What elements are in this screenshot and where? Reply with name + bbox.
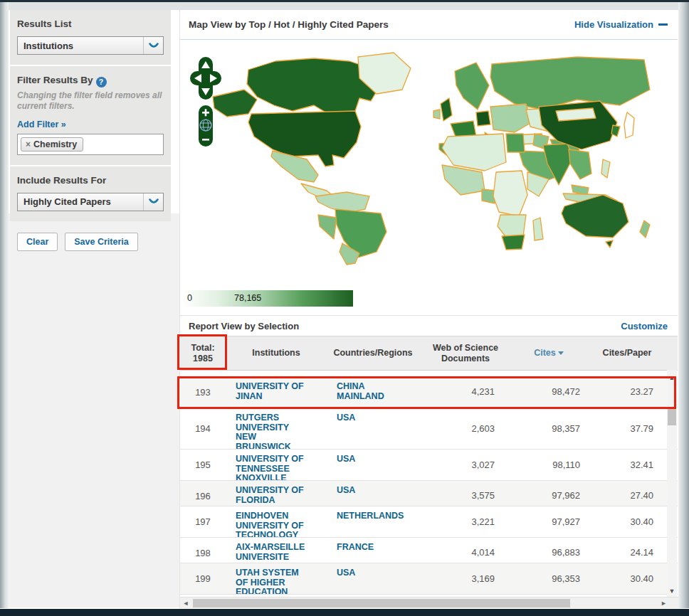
zoom-control[interactable] [199, 105, 213, 147]
window-left-border [0, 2, 9, 608]
institution-link[interactable]: UTAH SYSTEM OF HIGHER EDUCATION [226, 563, 327, 594]
save-criteria-button[interactable]: Save Criteria [65, 233, 137, 251]
table-header-row: Total: 1985 Institutions Countries/Regio… [180, 336, 678, 371]
help-icon[interactable]: ? [96, 77, 107, 87]
filter-tag-chemistry[interactable]: × Chemistry [21, 137, 83, 152]
institution-link[interactable]: AIX-MARSEILLE UNIVERSITE [226, 538, 327, 563]
scroll-right-icon[interactable]: ► [661, 600, 667, 607]
map-header: Map View by Top / Hot / Highly Cited Pap… [180, 10, 678, 40]
country-link[interactable]: FRANCE [327, 538, 419, 563]
region-korea[interactable] [611, 125, 620, 137]
region-russia[interactable] [490, 57, 650, 110]
cites-paper-header[interactable]: Cites/Paper [586, 348, 668, 359]
table-row[interactable]: 197 EINDHOVEN UNIVERSITY OF TECHNOLOGY N… [180, 506, 678, 538]
chevron-down-icon[interactable] [143, 193, 163, 211]
table-row[interactable]: 199 UTAH SYSTEM OF HIGHER EDUCATION USA … [180, 563, 678, 595]
report-header: Report View by Selection Customize [180, 315, 678, 336]
sidebar: Results List Institutions Filter Results… [10, 10, 171, 261]
window-right-border [678, 2, 689, 608]
map-visualization[interactable]: 0 78,165 [180, 40, 678, 315]
region-ireland[interactable] [433, 110, 440, 119]
filter-note: Changing the filter field removes all cu… [17, 90, 164, 112]
scroll-down-icon[interactable]: ▼ [667, 588, 677, 595]
countries-header[interactable]: Countries/Regions [327, 348, 419, 359]
total-header: Total: 1985 [180, 343, 226, 364]
region-central-africa[interactable] [493, 171, 527, 216]
scroll-left-icon[interactable]: ◄ [180, 600, 191, 607]
remove-tag-icon[interactable]: × [26, 139, 31, 149]
chevron-down-icon[interactable] [143, 37, 163, 54]
institution-link[interactable]: UNIVERSITY OF JINAN [226, 377, 327, 408]
window-bottom-bar [0, 609, 689, 616]
results-list-select[interactable]: Institutions [17, 36, 164, 55]
table-row[interactable]: 193 UNIVERSITY OF JINAN CHINA MAINLAND 4… [180, 377, 678, 408]
sidebar-gutter [9, 213, 179, 607]
add-filter-link[interactable]: Add Filter » [17, 120, 66, 129]
region-china[interactable] [539, 101, 617, 149]
app-window: Results List Institutions Filter Results… [0, 0, 689, 616]
hide-visualization-link[interactable]: Hide Visualization [574, 19, 668, 30]
country-link[interactable]: USA [327, 563, 419, 594]
country-link[interactable]: NETHERLANDS [327, 506, 419, 537]
filter-tags-box[interactable]: × Chemistry [17, 134, 164, 155]
wos-documents-header[interactable]: Web of Science Documents [419, 343, 512, 364]
region-se-asia[interactable] [569, 149, 591, 179]
region-japan[interactable] [624, 112, 634, 138]
region-north-africa[interactable] [442, 134, 506, 171]
region-tasmania[interactable] [606, 240, 613, 248]
results-list-label: Results List [17, 18, 164, 29]
region-germany[interactable] [476, 111, 490, 126]
customize-link[interactable]: Customize [621, 321, 668, 331]
vertical-scroll-thumb[interactable] [668, 407, 676, 425]
include-results-select[interactable]: Highly Cited Papers [17, 193, 164, 211]
pan-control[interactable] [190, 57, 221, 100]
region-new-zealand[interactable] [640, 221, 650, 238]
table-body: 193 UNIVERSITY OF JINAN CHINA MAINLAND 4… [180, 371, 678, 610]
table-row[interactable]: 198 AIX-MARSEILLE UNIVERSITE FRANCE 4,01… [180, 538, 678, 563]
vertical-scrollbar[interactable]: ▲ ▼ [667, 370, 677, 598]
world-map [207, 46, 663, 267]
main-panel: Map View by Top / Hot / Highly Cited Pap… [179, 10, 678, 608]
country-link[interactable]: USA [327, 481, 419, 506]
region-scandinavia[interactable] [455, 63, 489, 110]
region-madagascar[interactable] [533, 218, 543, 240]
scale-min-label: 0 [187, 293, 192, 303]
filter-tag-label: Chemistry [33, 139, 77, 149]
zoom-out-icon [202, 139, 209, 141]
institution-link[interactable]: UNIVERSITY OF TENNESSEE KNOXVILLE [226, 450, 327, 480]
table-row[interactable]: 196 UNIVERSITY OF FLORIDA USA 3,575 97,9… [180, 481, 678, 506]
institution-link[interactable]: EINDHOVEN UNIVERSITY OF TECHNOLOGY [226, 506, 327, 537]
report-view-title: Report View by Selection [189, 321, 621, 331]
results-list-value: Institutions [18, 41, 143, 51]
results-list-section: Results List Institutions [10, 10, 171, 65]
cites-header[interactable]: Cites [512, 348, 586, 359]
region-uk[interactable] [441, 98, 452, 121]
institution-link[interactable]: RUTGERS UNIVERSITY NEW BRUNSWICK [226, 408, 327, 449]
scroll-up-icon[interactable]: ▲ [667, 374, 677, 381]
include-results-label: Include Results For [17, 175, 164, 186]
region-east-europe[interactable] [490, 104, 532, 132]
country-link[interactable]: USA [327, 450, 419, 480]
window-top-edge [0, 0, 689, 2]
region-australia[interactable] [562, 195, 628, 238]
scale-max-label: 78,165 [234, 293, 261, 303]
filter-label: Filter Results By? [17, 75, 164, 87]
minus-icon [658, 23, 668, 26]
map-controls [187, 55, 224, 151]
institutions-header[interactable]: Institutions [226, 348, 327, 359]
table-row[interactable]: 195 UNIVERSITY OF TENNESSEE KNOXVILLE US… [180, 450, 678, 481]
region-egypt[interactable] [506, 134, 525, 152]
country-link[interactable]: USA [327, 408, 419, 449]
institution-link[interactable]: UNIVERSITY OF FLORIDA [226, 481, 327, 506]
window-top-border [0, 2, 689, 10]
region-peru[interactable] [318, 215, 337, 239]
clear-button[interactable]: Clear [17, 233, 58, 251]
country-link[interactable]: CHINA MAINLAND [327, 377, 419, 408]
horizontal-scroll-thumb[interactable] [193, 599, 570, 607]
include-results-value: Highly Cited Papers [18, 196, 143, 207]
region-south-africa[interactable] [502, 235, 525, 250]
table-row[interactable]: 194 RUTGERS UNIVERSITY NEW BRUNSWICK USA… [180, 408, 678, 450]
horizontal-scrollbar[interactable]: ◄ ► [180, 597, 678, 608]
region-philippines[interactable] [601, 159, 610, 178]
region-usa[interactable] [248, 111, 361, 166]
